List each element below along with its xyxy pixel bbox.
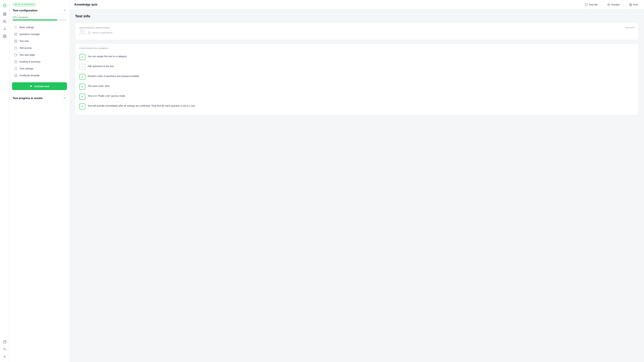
preview-action[interactable]: Preview bbox=[606, 2, 621, 7]
progress-label: 83% completed bbox=[13, 16, 66, 18]
check-icon-2 bbox=[79, 64, 85, 70]
icon-sidebar-top bbox=[1, 2, 8, 337]
summary-text-1: You can assign this test to a category. bbox=[88, 54, 127, 58]
info-icon bbox=[585, 3, 588, 6]
progress-bar-bg bbox=[13, 20, 66, 20]
svg-point-27 bbox=[16, 75, 16, 76]
check-icon-3 bbox=[79, 74, 85, 80]
svg-rect-12 bbox=[14, 33, 16, 34]
header-actions: Test info Preview Print bbox=[584, 2, 639, 7]
activate-test-label: Activate test bbox=[34, 85, 49, 88]
svg-point-4 bbox=[4, 20, 5, 21]
preview-label: Preview bbox=[611, 3, 620, 6]
back-nav-icon[interactable] bbox=[1, 346, 8, 352]
sidebar-item-test-sets[interactable]: Test sets bbox=[11, 38, 68, 44]
grid-nav-icon[interactable] bbox=[1, 11, 8, 18]
main-content: Test info RESPONDENTS MONITORING See mor… bbox=[70, 10, 644, 362]
config-summary-title: CONFIGURATION SUMMARY bbox=[79, 47, 634, 49]
activate-test-button[interactable]: Activate test bbox=[12, 82, 67, 90]
svg-rect-15 bbox=[16, 34, 17, 36]
grading-icon bbox=[14, 60, 18, 64]
svg-rect-13 bbox=[16, 33, 17, 34]
start-page-icon bbox=[14, 53, 18, 56]
time-icon bbox=[14, 67, 18, 70]
test-info-action[interactable]: Test info bbox=[584, 2, 599, 7]
svg-rect-18 bbox=[14, 42, 16, 42]
check-icon-6 bbox=[79, 104, 85, 110]
summary-text-6: Test will activate immediately after all… bbox=[88, 103, 196, 108]
settings-nav-icon[interactable] bbox=[1, 33, 8, 40]
sidebar-item-grading-summary-label: Grading & summary bbox=[20, 60, 40, 63]
summary-item-2: Add questions to the test. bbox=[79, 62, 634, 72]
content-area: Knowledge quiz Test info Preview bbox=[70, 0, 644, 362]
respondents-icon bbox=[79, 29, 86, 36]
see-more-button[interactable]: See more bbox=[625, 26, 634, 29]
summary-text-5: Test is in "Public Link" access mode. bbox=[88, 93, 126, 98]
sidebar-item-test-start-page[interactable]: Test start page bbox=[11, 52, 68, 58]
config-chevron-icon[interactable] bbox=[63, 8, 66, 12]
respondents-section-title: RESPONDENTS MONITORING bbox=[79, 27, 110, 29]
questions-icon bbox=[14, 32, 18, 36]
svg-point-34 bbox=[608, 4, 609, 5]
summary-item-4: Test pass mark: 50%. bbox=[79, 82, 634, 92]
chart-nav-icon[interactable] bbox=[1, 26, 8, 32]
users-nav-icon[interactable] bbox=[1, 18, 8, 25]
svg-line-28 bbox=[15, 76, 16, 77]
results-title: Test progress & results bbox=[13, 97, 42, 100]
svg-rect-0 bbox=[3, 13, 4, 14]
nav-list: Basic settings Questions manager Test se… bbox=[10, 22, 70, 80]
sidebar-item-questions-manager[interactable]: Questions manager bbox=[11, 31, 68, 38]
header-divider bbox=[602, 3, 602, 6]
summary-item-6: Test will activate immediately after all… bbox=[79, 102, 634, 111]
sidebar-header: SETUP IN PROGRESS Test configuration bbox=[10, 0, 70, 14]
collapse-nav-icon[interactable] bbox=[1, 353, 8, 360]
svg-rect-20 bbox=[14, 48, 17, 49]
progress-section: 83% completed bbox=[10, 14, 70, 22]
results-section: Test progress & results bbox=[10, 94, 70, 103]
sidebar-item-test-access[interactable]: Test access bbox=[11, 44, 68, 51]
print-label: Print bbox=[633, 3, 638, 6]
top-header: Knowledge quiz Test info Preview bbox=[70, 0, 644, 10]
respondents-row: 0 Active respondents bbox=[79, 29, 634, 36]
sidebar-item-basic-settings-label: Basic settings bbox=[20, 26, 34, 29]
svg-marker-30 bbox=[30, 85, 32, 87]
test-sets-icon bbox=[14, 40, 18, 43]
icon-sidebar-bottom bbox=[1, 338, 8, 360]
svg-rect-35 bbox=[630, 5, 632, 6]
svg-point-11 bbox=[16, 27, 16, 28]
logo-icon[interactable] bbox=[1, 2, 8, 9]
icon-sidebar bbox=[0, 0, 10, 362]
preview-icon bbox=[607, 3, 610, 6]
sidebar-item-test-start-page-label: Test start page bbox=[20, 54, 35, 56]
summary-item-3: Random order of questions and answers en… bbox=[79, 72, 634, 82]
basic-settings-icon bbox=[14, 26, 18, 29]
certificate-icon bbox=[14, 74, 18, 77]
sidebar-item-grading-summary[interactable]: Grading & summary bbox=[11, 58, 68, 65]
help-nav-icon[interactable] bbox=[1, 338, 8, 345]
svg-line-29 bbox=[16, 76, 16, 77]
sidebar-item-basic-settings[interactable]: Basic settings bbox=[11, 24, 68, 31]
print-action[interactable]: Print bbox=[628, 2, 639, 7]
results-chevron-icon[interactable] bbox=[63, 96, 66, 100]
lock-icon bbox=[14, 46, 18, 50]
sidebar-item-certificate-template[interactable]: Certificate template bbox=[11, 72, 68, 79]
svg-rect-16 bbox=[14, 40, 16, 41]
summary-item-1: You can assign this test to a category. bbox=[79, 52, 634, 62]
svg-rect-17 bbox=[16, 40, 17, 41]
summary-text-3: Random order of questions and answers en… bbox=[88, 74, 140, 78]
svg-point-8 bbox=[4, 36, 5, 37]
check-icon-1 bbox=[79, 54, 85, 60]
print-icon bbox=[629, 3, 632, 6]
summary-text-2: Add questions to the test. bbox=[88, 64, 114, 68]
svg-point-36 bbox=[81, 30, 83, 32]
sidebar-item-time-settings-label: Time settings bbox=[20, 67, 33, 70]
svg-rect-3 bbox=[5, 14, 6, 16]
main-sidebar: SETUP IN PROGRESS Test configuration 83%… bbox=[10, 0, 70, 362]
content-title: Test info bbox=[75, 14, 639, 18]
config-summary-card: CONFIGURATION SUMMARY You can assign thi… bbox=[75, 44, 639, 115]
svg-rect-19 bbox=[16, 42, 17, 42]
respondents-count: 0 bbox=[88, 30, 90, 35]
sidebar-item-time-settings[interactable]: Time settings bbox=[11, 65, 68, 72]
summary-text-4: Test pass mark: 50%. bbox=[88, 83, 110, 88]
test-info-label: Test info bbox=[589, 3, 598, 6]
